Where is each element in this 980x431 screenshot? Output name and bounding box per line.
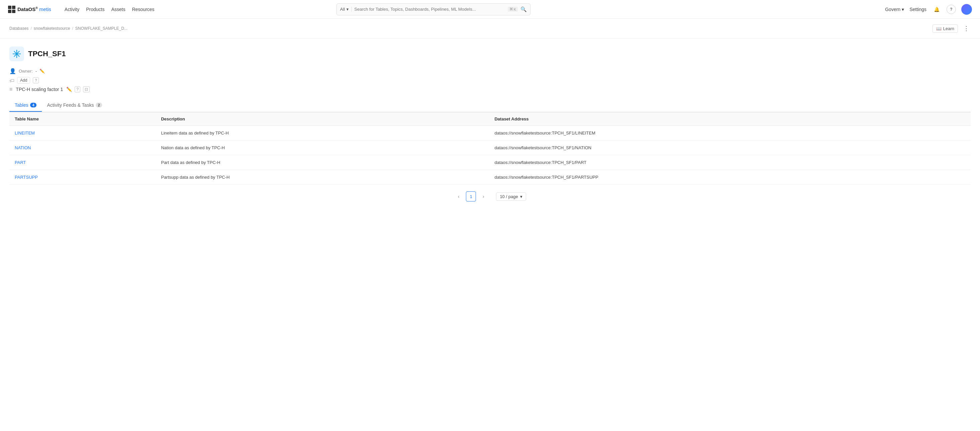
breadcrumb-sep-2: /: [72, 26, 73, 31]
person-icon: 👤: [10, 68, 16, 74]
avatar[interactable]: [961, 4, 972, 15]
help-icon[interactable]: ?: [947, 5, 956, 14]
pagination: ‹ 1 › 10 / page ▾: [10, 185, 970, 208]
table-name-cell: LINEITEM: [10, 126, 156, 140]
col-header-table-name: Table Name: [10, 113, 156, 126]
kbd-k: K: [514, 7, 516, 11]
owner-edit-icon[interactable]: ✏️: [40, 68, 45, 74]
more-options-button[interactable]: ⋮: [962, 24, 970, 33]
description-copy-icon[interactable]: ⊡: [83, 86, 90, 92]
learn-button[interactable]: 📖 Learn: [932, 24, 958, 33]
logo-grid-icon: [8, 6, 15, 13]
tab-tables-badge: 4: [30, 103, 36, 107]
page-size-chevron-icon: ▾: [520, 194, 522, 199]
govern-button[interactable]: Govern ▾: [885, 7, 904, 12]
logo-text: DataOS® metis: [18, 6, 51, 12]
svg-point-8: [20, 54, 21, 54]
search-filter-dropdown[interactable]: All ▾: [340, 7, 352, 12]
tables-table: Table Name Description Dataset Address L…: [10, 112, 970, 185]
table-description-cell: Nation data as defined by TPC-H: [156, 140, 489, 155]
description-actions: ✏️ ? ⊡: [66, 86, 90, 92]
table-row: PART Part data as defined by TPC-H datao…: [10, 155, 970, 170]
search-icon[interactable]: 🔍: [520, 6, 527, 13]
next-page-button[interactable]: ›: [479, 192, 488, 201]
search-bar: All ▾ ⌘ K 🔍: [336, 3, 530, 15]
logo-reg: ®: [35, 6, 38, 10]
main-nav: Activity Products Assets Resources: [65, 5, 154, 13]
table-address-cell: dataos://snowflaketestsource:TPCH_SF1/PA…: [489, 155, 970, 170]
nav-resources[interactable]: Resources: [132, 5, 154, 13]
owner-label: Owner:: [19, 68, 33, 74]
owner-value: -: [35, 68, 37, 74]
breadcrumb-sep-1: /: [30, 26, 32, 31]
table-description-cell: Lineitem data as defined by TPC-H: [156, 126, 489, 140]
breadcrumb-sample[interactable]: SNOWFLAKE_SAMPLE_D...: [75, 26, 127, 31]
table-name-link[interactable]: PART: [15, 160, 26, 165]
search-filter-label: All: [340, 7, 345, 12]
table-row: LINEITEM Lineitem data as defined by TPC…: [10, 126, 970, 140]
table-description-cell: Partsupp data as defined by TPC-H: [156, 170, 489, 185]
table-name-link[interactable]: LINEITEM: [15, 130, 35, 135]
table-name-link[interactable]: NATION: [15, 145, 31, 150]
breadcrumb-databases[interactable]: Databases: [10, 26, 29, 31]
table-description-cell: Part data as defined by TPC-H: [156, 155, 489, 170]
header-right: Govern ▾ Settings 🔔 ?: [885, 4, 972, 15]
govern-label: Govern: [885, 7, 900, 12]
notifications-icon[interactable]: 🔔: [932, 5, 941, 14]
nav-assets[interactable]: Assets: [111, 5, 125, 13]
description-section: ≡ TPC-H scaling factor 1 ✏️ ? ⊡: [10, 86, 970, 92]
tags-section: 🏷 Add ?: [10, 77, 970, 84]
settings-link[interactable]: Settings: [909, 5, 926, 13]
tab-tables[interactable]: Tables 4: [10, 99, 42, 112]
breadcrumb-source[interactable]: snowflaketestsource: [34, 26, 70, 31]
page-title: TPCH_SF1: [28, 49, 65, 58]
tab-activity-feeds-label: Activity Feeds & Tasks: [47, 102, 94, 108]
svg-point-5: [16, 50, 18, 51]
table-row: NATION Nation data as defined by TPC-H d…: [10, 140, 970, 155]
owner-section: 👤 Owner: - ✏️: [10, 68, 970, 74]
chevron-down-icon: ▾: [347, 7, 349, 12]
top-header: DataOS® metis Activity Products Assets R…: [0, 0, 980, 19]
col-header-dataset-address: Dataset Address: [489, 113, 970, 126]
col-header-description: Description: [156, 113, 489, 126]
add-tag-button[interactable]: Add: [17, 77, 30, 84]
description-help-icon[interactable]: ?: [75, 86, 80, 92]
table-name-link[interactable]: PARTSUPP: [15, 175, 38, 180]
book-icon: 📖: [936, 26, 942, 31]
tag-help-icon[interactable]: ?: [33, 77, 39, 83]
govern-chevron-icon: ▾: [902, 7, 904, 12]
table-header-row: Table Name Description Dataset Address: [10, 113, 970, 126]
tab-activity-feeds-badge: 2: [96, 103, 102, 107]
tabs-container: Tables 4 Activity Feeds & Tasks 2: [10, 99, 970, 112]
svg-point-7: [13, 54, 14, 54]
snowflake-icon: [10, 46, 24, 61]
prev-page-button[interactable]: ‹: [454, 192, 463, 201]
keyboard-shortcut: ⌘ K: [508, 7, 518, 12]
table-name-cell: PART: [10, 155, 156, 170]
nav-activity[interactable]: Activity: [65, 5, 80, 13]
current-page-number[interactable]: 1: [466, 191, 476, 202]
breadcrumb: Databases / snowflaketestsource / SNOWFL…: [0, 19, 980, 38]
main-content: TPCH_SF1 👤 Owner: - ✏️ 🏷 Add ? ≡ TPC-H s…: [0, 38, 980, 216]
svg-point-6: [16, 57, 18, 58]
tab-activity-feeds[interactable]: Activity Feeds & Tasks 2: [42, 99, 107, 112]
tag-icon: 🏷: [10, 78, 14, 83]
table-address-cell: dataos://snowflaketestsource:TPCH_SF1/NA…: [489, 140, 970, 155]
page-size-label: 10 / page: [500, 194, 518, 199]
table-address-cell: dataos://snowflaketestsource:TPCH_SF1/LI…: [489, 126, 970, 140]
breadcrumb-actions: 📖 Learn ⋮: [932, 24, 970, 33]
description-edit-icon[interactable]: ✏️: [66, 87, 72, 92]
page-size-selector[interactable]: 10 / page ▾: [496, 192, 526, 201]
nav-products[interactable]: Products: [86, 5, 104, 13]
description-icon: ≡: [10, 86, 13, 92]
description-text: TPC-H scaling factor 1: [16, 87, 63, 92]
table-name-cell: NATION: [10, 140, 156, 155]
logo[interactable]: DataOS® metis: [8, 6, 51, 13]
learn-label: Learn: [943, 26, 954, 31]
logo-brand: metis: [39, 6, 51, 12]
kbd-cmd: ⌘: [509, 7, 513, 11]
svg-point-4: [16, 53, 18, 54]
table-row: PARTSUPP Partsupp data as defined by TPC…: [10, 170, 970, 185]
table-name-cell: PARTSUPP: [10, 170, 156, 185]
search-input[interactable]: [355, 7, 505, 12]
